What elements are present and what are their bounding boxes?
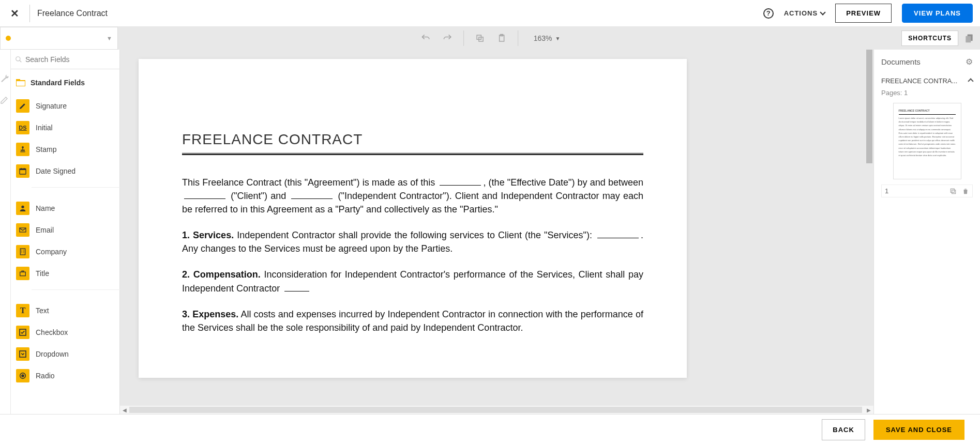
zoom-dropdown[interactable]: 163% ▼ — [534, 34, 561, 42]
person-icon — [16, 202, 29, 215]
title-rule — [182, 153, 643, 155]
signature-icon — [16, 99, 29, 113]
document-name: FREELANCE CONTRA... — [881, 77, 957, 85]
field-label: Email — [36, 226, 54, 234]
document-title: Freelance Contract — [37, 9, 108, 18]
caret-down-icon: ▼ — [555, 36, 560, 41]
radio-icon — [16, 369, 29, 382]
undo-icon[interactable] — [420, 33, 431, 44]
copy-icon[interactable] — [474, 33, 486, 44]
scroll-right-arrow[interactable]: ▶ — [865, 407, 872, 413]
briefcase-icon — [16, 267, 29, 280]
vertical-separator — [463, 30, 464, 46]
vertical-separator — [29, 5, 30, 22]
section-title: Standard Fields — [31, 79, 85, 87]
svg-rect-8 — [16, 81, 25, 86]
horizontal-scrollbar[interactable]: ◀ ▶ — [120, 406, 873, 414]
recipient-select[interactable]: ▼ — [0, 27, 118, 50]
field-company[interactable]: Company — [11, 241, 129, 263]
pencil-icon[interactable] — [0, 96, 10, 106]
pages-label: Pages: 1 — [881, 89, 973, 97]
search-fields-input[interactable] — [25, 55, 116, 64]
thumbnail-footer: 1 — [881, 185, 973, 197]
close-icon[interactable]: ✕ — [7, 7, 22, 20]
document-name-row[interactable]: FREELANCE CONTRA... — [881, 77, 973, 85]
duplicate-page-icon[interactable] — [949, 188, 957, 195]
dropdown-icon — [16, 347, 29, 361]
save-and-close-button[interactable]: SAVE AND CLOSE — [873, 420, 964, 440]
svg-rect-22 — [21, 252, 22, 253]
gear-icon[interactable]: ⚙ — [966, 57, 973, 67]
top-bar: ✕ Freelance Contract ? ACTIONS PREVIEW V… — [0, 0, 980, 27]
recipient-color-dot — [6, 36, 11, 41]
shortcuts-button[interactable]: SHORTCUTS — [901, 30, 958, 46]
svg-rect-23 — [23, 252, 24, 253]
svg-rect-5 — [966, 36, 971, 43]
paste-icon[interactable] — [496, 33, 507, 44]
field-dropdown[interactable]: Dropdown — [11, 343, 129, 365]
wrench-icon[interactable] — [0, 74, 10, 85]
field-initial[interactable]: DS Initial — [11, 117, 129, 139]
chevron-down-icon — [820, 9, 825, 15]
paragraph-services: 1. Services. Independent Contractor shal… — [182, 228, 643, 255]
document-canvas[interactable]: FREELANCE CONTRACT This Freelance Contra… — [120, 50, 873, 414]
paragraph-intro: This Freelance Contract (this "Agreement… — [182, 176, 643, 216]
svg-rect-30 — [952, 190, 956, 193]
page-number: 1 — [885, 187, 888, 195]
svg-point-29 — [22, 375, 24, 377]
svg-rect-18 — [21, 250, 22, 250]
field-date-signed[interactable]: Date Signed — [11, 160, 129, 182]
footer: BACK SAVE AND CLOSE — [0, 414, 980, 445]
checkbox-icon — [16, 326, 29, 339]
field-label: Dropdown — [36, 350, 69, 358]
zoom-value: 163% — [534, 34, 552, 42]
toolbar: ▼ 163% ▼ SHORTCUTS — [0, 27, 980, 50]
redo-icon[interactable] — [442, 33, 453, 44]
document-page[interactable]: FREELANCE CONTRACT This Freelance Contra… — [139, 59, 687, 378]
svg-line-7 — [20, 60, 22, 62]
back-button[interactable]: BACK — [822, 419, 865, 440]
envelope-icon — [16, 223, 29, 237]
actions-dropdown[interactable]: ACTIONS — [784, 9, 825, 17]
field-signature[interactable]: Signature — [11, 95, 129, 117]
svg-rect-25 — [22, 271, 24, 272]
field-title[interactable]: Title — [11, 263, 129, 284]
documents-header: Documents — [881, 57, 921, 66]
svg-point-6 — [16, 56, 20, 60]
left-tool-strip — [0, 50, 11, 414]
svg-point-15 — [21, 206, 24, 208]
chevron-up-icon — [968, 78, 973, 84]
building-icon — [16, 245, 29, 258]
field-label: Signature — [36, 102, 67, 110]
documents-icon[interactable] — [963, 33, 975, 44]
search-icon — [15, 56, 22, 63]
stamp-icon — [16, 143, 29, 156]
field-text[interactable]: T Text — [11, 300, 129, 321]
svg-rect-27 — [20, 351, 26, 357]
caret-down-icon: ▼ — [107, 35, 112, 41]
page-thumbnail[interactable]: FREELANCE CONTRACT Lorem ipsum dolor sit… — [893, 103, 961, 179]
actions-label: ACTIONS — [784, 9, 818, 17]
delete-page-icon[interactable] — [962, 188, 969, 195]
paragraph-compensation: 2. Compensation. Inconsideration for Ind… — [182, 268, 643, 295]
field-email[interactable]: Email — [11, 219, 129, 241]
field-name[interactable]: Name — [11, 197, 129, 219]
left-panel: ✕ Standard Fields Signature DS Initial — [0, 50, 120, 414]
preview-button[interactable]: PREVIEW — [835, 4, 892, 23]
field-label: Text — [36, 306, 49, 315]
text-icon: T — [16, 304, 29, 317]
svg-rect-12 — [20, 168, 26, 170]
field-label: Name — [36, 204, 55, 212]
vertical-scrollbar[interactable] — [865, 50, 873, 414]
field-radio[interactable]: Radio — [11, 365, 129, 387]
field-label: Initial — [36, 124, 53, 132]
svg-rect-20 — [21, 251, 22, 252]
view-plans-button[interactable]: VIEW PLANS — [902, 4, 973, 23]
scroll-left-arrow[interactable]: ◀ — [121, 407, 128, 413]
field-stamp[interactable]: Stamp — [11, 139, 129, 160]
svg-rect-21 — [23, 251, 24, 252]
search-fields-row: ✕ — [11, 50, 129, 69]
help-icon[interactable]: ? — [763, 8, 774, 19]
main-area: ✕ Standard Fields Signature DS Initial — [0, 50, 980, 414]
field-checkbox[interactable]: Checkbox — [11, 321, 129, 343]
